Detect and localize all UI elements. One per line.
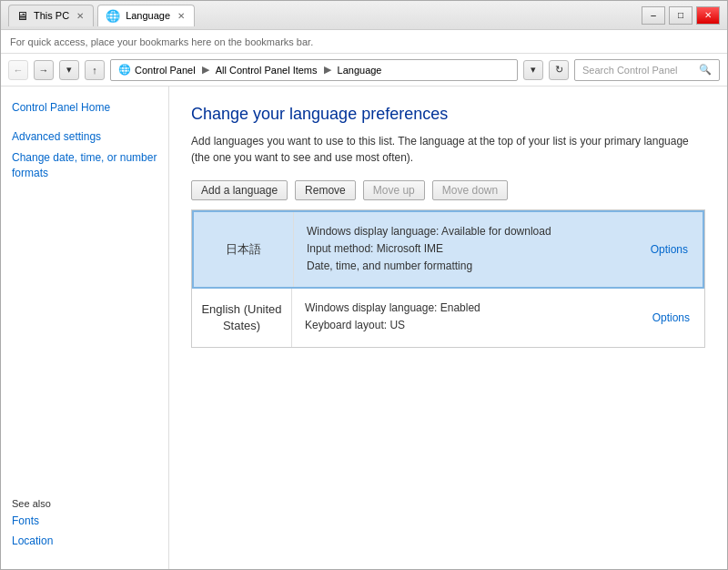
language-name-japanese: 日本語 bbox=[194, 212, 294, 287]
forward-button[interactable]: → bbox=[34, 60, 54, 80]
globe-icon: 🌐 bbox=[118, 64, 131, 76]
breadcrumb-language: Language bbox=[338, 65, 382, 76]
bookmarks-bar-text: For quick access, place your bookmarks h… bbox=[10, 36, 313, 47]
tab-this-pc-close[interactable]: ✕ bbox=[75, 11, 86, 21]
address-dropdown-button[interactable]: ▾ bbox=[523, 60, 543, 80]
see-also-label: See also bbox=[12, 498, 157, 509]
tab-language-close[interactable]: ✕ bbox=[176, 11, 187, 21]
language-item-japanese[interactable]: 日本語 Windows display language: Available … bbox=[192, 210, 704, 289]
tab-this-pc[interactable]: 🖥 This PC ✕ bbox=[8, 5, 94, 26]
see-also-section: See also Fonts Location bbox=[12, 498, 157, 555]
english-options-container: Options bbox=[638, 289, 704, 347]
search-icon: 🔍 bbox=[699, 64, 712, 76]
english-options-link[interactable]: Options bbox=[652, 311, 690, 324]
japanese-detail-2: Input method: Microsoft IME bbox=[307, 242, 443, 255]
language-details-japanese: Windows display language: Available for … bbox=[294, 212, 636, 287]
sidebar-full: Control Panel Home Advanced settings Cha… bbox=[12, 101, 157, 555]
add-language-button[interactable]: Add a language bbox=[191, 180, 288, 200]
separator-1: ▶ bbox=[202, 64, 209, 76]
address-field[interactable]: 🌐 Control Panel ▶ All Control Panel Item… bbox=[110, 59, 518, 81]
tab-this-pc-label: This PC bbox=[34, 10, 69, 21]
window-controls: – □ ✕ bbox=[642, 6, 720, 25]
page-description: Add languages you want to use to this li… bbox=[191, 133, 705, 166]
language-item-english[interactable]: English (United States) Windows display … bbox=[192, 289, 704, 347]
window: 🖥 This PC ✕ 🌐 Language ✕ – □ ✕ For quick… bbox=[0, 0, 728, 570]
separator-2: ▶ bbox=[324, 64, 331, 76]
title-bar: 🖥 This PC ✕ 🌐 Language ✕ – □ ✕ bbox=[1, 1, 727, 30]
breadcrumb-all: All Control Panel Items bbox=[216, 65, 318, 76]
close-button[interactable]: ✕ bbox=[696, 6, 720, 25]
english-detail-1: Windows display language: Enabled bbox=[305, 301, 480, 314]
language-name-english: English (United States) bbox=[192, 289, 292, 347]
recent-button[interactable]: ▾ bbox=[59, 60, 79, 80]
remove-button[interactable]: Remove bbox=[295, 180, 356, 200]
bookmarks-bar: For quick access, place your bookmarks h… bbox=[1, 30, 727, 54]
japanese-options-link[interactable]: Options bbox=[651, 243, 688, 256]
sidebar-item-date-time[interactable]: Change date, time, or number formats bbox=[12, 150, 157, 181]
tab-language[interactable]: 🌐 Language ✕ bbox=[97, 5, 195, 26]
page-title: Change your language preferences bbox=[191, 105, 705, 124]
main-area: Control Panel Home Advanced settings Cha… bbox=[1, 87, 727, 569]
sidebar-item-control-panel-home[interactable]: Control Panel Home bbox=[12, 101, 157, 114]
address-bar: ← → ▾ ↑ 🌐 Control Panel ▶ All Control Pa… bbox=[1, 54, 727, 87]
up-button[interactable]: ↑ bbox=[85, 60, 105, 80]
sidebar-item-fonts[interactable]: Fonts bbox=[12, 514, 157, 527]
refresh-button[interactable]: ↻ bbox=[549, 60, 569, 80]
content-area: Change your language preferences Add lan… bbox=[169, 87, 727, 569]
search-placeholder: Search Control Panel bbox=[582, 65, 678, 76]
maximize-button[interactable]: □ bbox=[669, 6, 693, 25]
sidebar-item-location[interactable]: Location bbox=[12, 534, 157, 547]
sidebar-item-advanced-settings[interactable]: Advanced settings bbox=[12, 130, 157, 143]
breadcrumb-cp: Control Panel bbox=[135, 65, 196, 76]
tab-language-label: Language bbox=[126, 10, 170, 21]
move-up-button[interactable]: Move up bbox=[363, 180, 425, 200]
japanese-detail-1: Windows display language: Available for … bbox=[307, 225, 551, 238]
minimize-button[interactable]: – bbox=[642, 6, 665, 25]
language-details-english: Windows display language: Enabled Keyboa… bbox=[292, 289, 638, 347]
back-button[interactable]: ← bbox=[8, 60, 28, 80]
sidebar: Control Panel Home Advanced settings Cha… bbox=[1, 87, 169, 569]
english-detail-2: Keyboard layout: US bbox=[305, 319, 405, 331]
japanese-options-container: Options bbox=[636, 212, 703, 287]
language-list: 日本語 Windows display language: Available … bbox=[191, 209, 705, 348]
search-box[interactable]: Search Control Panel 🔍 bbox=[574, 59, 720, 81]
language-tab-icon: 🌐 bbox=[106, 9, 120, 23]
japanese-detail-3: Date, time, and number formatting bbox=[307, 260, 472, 272]
move-down-button[interactable]: Move down bbox=[432, 180, 508, 200]
language-toolbar: Add a language Remove Move up Move down bbox=[191, 180, 705, 200]
this-pc-icon: 🖥 bbox=[16, 9, 28, 23]
